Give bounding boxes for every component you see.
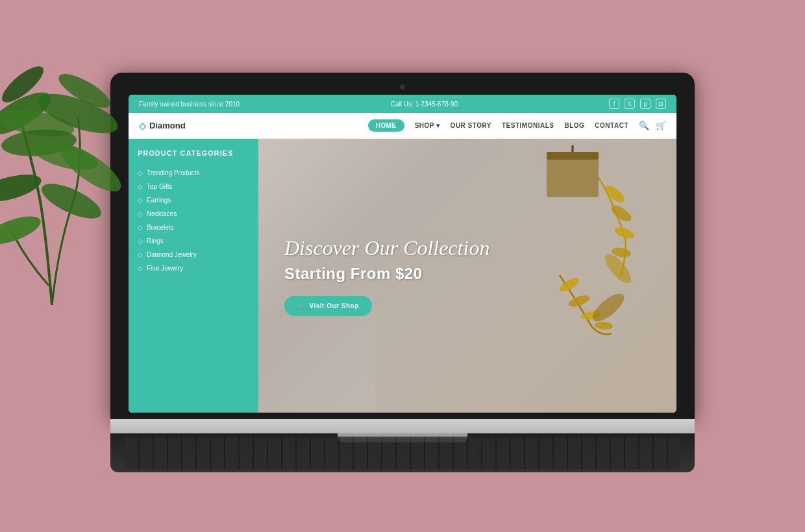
nav-links: HOME SHOP ▾ OUR STORY TESTIMONIALS BLOG … bbox=[368, 119, 628, 132]
navbar: ◇ Diamond HOME SHOP ▾ OUR STORY TESTIMON… bbox=[129, 113, 676, 139]
instagram-icon[interactable]: ⊡ bbox=[656, 99, 666, 109]
facebook-icon[interactable]: f bbox=[609, 99, 619, 109]
cart-btn-icon: 🛒 bbox=[297, 302, 306, 309]
keyboard-keys bbox=[125, 437, 680, 469]
laptop-bezel: Family owned business since 2010 Call Us… bbox=[110, 73, 695, 419]
hero-script-title: Discover Our Collection bbox=[284, 236, 650, 260]
nav-contact[interactable]: CONTACT bbox=[595, 122, 628, 129]
pinterest-icon[interactable]: p bbox=[640, 99, 650, 109]
laptop-camera bbox=[400, 84, 405, 90]
search-icon[interactable]: 🔍 bbox=[639, 121, 649, 130]
social-icons: f 𝕏 p ⊡ bbox=[609, 99, 666, 109]
nav-our-story[interactable]: OUR STORY bbox=[451, 122, 491, 129]
cart-icon[interactable]: 🛒 bbox=[656, 121, 666, 130]
nav-blog[interactable]: BLOG bbox=[564, 122, 584, 129]
nav-action-icons: 🔍 🛒 bbox=[639, 121, 666, 130]
laptop-screen: Family owned business since 2010 Call Us… bbox=[129, 95, 676, 413]
hero-content: Discover Our Collection Starting From $2… bbox=[258, 139, 676, 413]
hero-bold-title: Starting From $20 bbox=[284, 265, 650, 283]
laptop-container: Family owned business since 2010 Call Us… bbox=[110, 73, 695, 472]
visit-shop-label: Visit Our Shop bbox=[310, 302, 359, 309]
hero-area: PRODUCT CATEGORIES ◇ Trending Products ◇… bbox=[129, 139, 676, 413]
laptop-keyboard bbox=[110, 433, 695, 472]
laptop-base bbox=[110, 419, 695, 433]
phone-text: Call Us: 1-2345-678-90 bbox=[391, 101, 458, 108]
website: Family owned business since 2010 Call Us… bbox=[129, 95, 676, 413]
top-bar: Family owned business since 2010 Call Us… bbox=[129, 95, 676, 113]
twitter-icon[interactable]: 𝕏 bbox=[625, 99, 635, 109]
plant-decoration bbox=[0, 0, 162, 305]
nav-shop[interactable]: SHOP ▾ bbox=[415, 122, 440, 129]
nav-home[interactable]: HOME bbox=[368, 119, 404, 132]
visit-shop-button[interactable]: 🛒 Visit Our Shop bbox=[284, 296, 372, 316]
svg-point-3 bbox=[0, 211, 44, 250]
nav-testimonials[interactable]: TESTIMONIALS bbox=[502, 122, 554, 129]
